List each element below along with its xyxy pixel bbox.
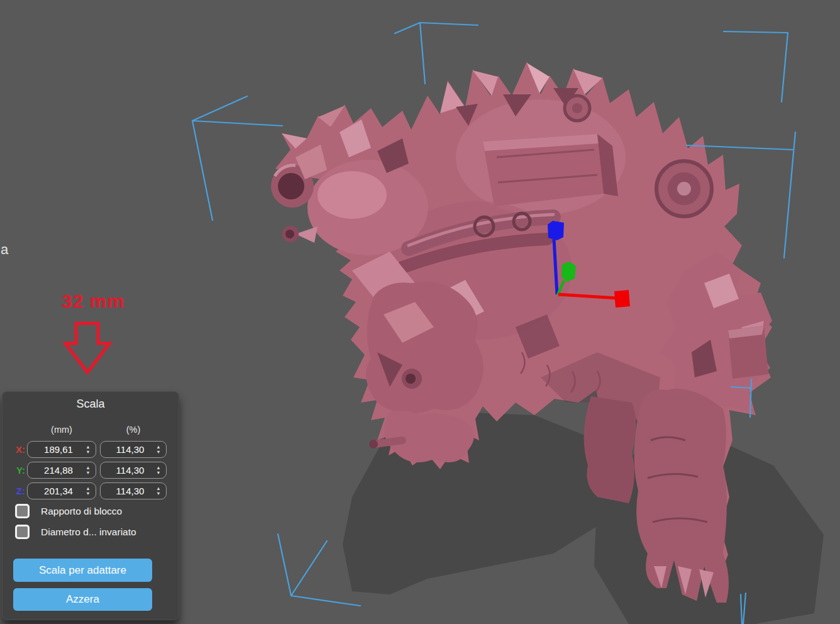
scale-row-z: Z: ▲ ▼ ▲ ▼ <box>3 482 179 499</box>
cutoff-edge-label: a <box>1 243 8 257</box>
spin-down-icon[interactable]: ▼ <box>86 491 90 496</box>
z-mm-spinner[interactable]: ▲ ▼ <box>83 486 93 496</box>
spin-up-icon[interactable]: ▲ <box>86 465 90 470</box>
axis-z-label: Z: <box>3 482 25 499</box>
x-mm-field[interactable]: ▲ ▼ <box>27 441 96 458</box>
lock-ratio-checkbox[interactable] <box>15 504 30 518</box>
gizmo-y-handle[interactable] <box>561 262 576 282</box>
gizmo-x-handle[interactable] <box>614 290 630 308</box>
spin-down-icon[interactable]: ▼ <box>86 450 90 454</box>
x-percent-input[interactable] <box>101 444 153 455</box>
z-percent-spinner[interactable]: ▲ ▼ <box>153 486 163 496</box>
gizmo-z-handle[interactable] <box>548 221 564 240</box>
reset-button[interactable]: Azzera <box>13 588 152 611</box>
x-mm-input[interactable] <box>28 444 83 455</box>
column-header-percent: (%) <box>100 425 167 435</box>
axis-x-label: X: <box>3 441 25 458</box>
y-mm-input[interactable] <box>28 465 83 476</box>
lock-ratio-label: Rapporto di blocco <box>41 504 122 519</box>
x-mm-spinner[interactable]: ▲ ▼ <box>83 445 93 454</box>
spin-down-icon[interactable]: ▼ <box>156 491 160 496</box>
panel-title: Scala <box>3 398 179 411</box>
y-mm-spinner[interactable]: ▲ ▼ <box>83 465 93 475</box>
spin-up-icon[interactable]: ▲ <box>156 465 160 470</box>
y-percent-input[interactable] <box>101 465 153 476</box>
scale-row-x: X: ▲ ▼ ▲ ▼ <box>3 441 179 458</box>
spin-down-icon[interactable]: ▼ <box>156 471 160 475</box>
annotation-size-label: 32 mm <box>62 291 137 312</box>
axis-y-label: Y: <box>3 462 25 479</box>
y-mm-field[interactable]: ▲ ▼ <box>27 462 96 479</box>
y-percent-field[interactable]: ▲ ▼ <box>100 462 167 479</box>
scale-row-y: Y: ▲ ▼ ▲ ▼ <box>3 462 179 479</box>
column-header-mm: (mm) <box>27 425 96 435</box>
spin-down-icon[interactable]: ▼ <box>156 450 160 454</box>
lock-ratio-row: Rapporto di blocco <box>3 504 179 519</box>
spin-down-icon[interactable]: ▼ <box>86 471 90 475</box>
z-mm-input[interactable] <box>28 486 83 496</box>
x-percent-spinner[interactable]: ▲ ▼ <box>153 445 163 454</box>
spin-up-icon[interactable]: ▲ <box>156 445 160 449</box>
y-percent-spinner[interactable]: ▲ ▼ <box>153 465 163 475</box>
annotation-arrow-down <box>65 323 109 372</box>
x-percent-field[interactable]: ▲ ▼ <box>100 441 167 458</box>
scale-to-fit-button[interactable]: Scala per adattare <box>13 559 152 582</box>
diameter-unchanged-checkbox[interactable] <box>15 525 30 539</box>
z-percent-input[interactable] <box>101 486 153 496</box>
spin-up-icon[interactable]: ▲ <box>156 486 160 491</box>
z-mm-field[interactable]: ▲ ▼ <box>27 482 96 499</box>
spin-up-icon[interactable]: ▲ <box>86 445 90 449</box>
diameter-unchanged-label: Diametro d... invariato <box>41 525 136 540</box>
scale-panel: Scala (mm) (%) X: ▲ ▼ ▲ ▼ Y: <box>2 391 179 620</box>
diameter-unchanged-row: Diametro d... invariato <box>3 525 179 540</box>
slicer-3d-viewport: a 32 mm Scala (mm) (%) X: ▲ ▼ ▲ ▼ <box>0 0 840 624</box>
z-percent-field[interactable]: ▲ ▼ <box>100 482 167 499</box>
spin-up-icon[interactable]: ▲ <box>86 486 90 491</box>
